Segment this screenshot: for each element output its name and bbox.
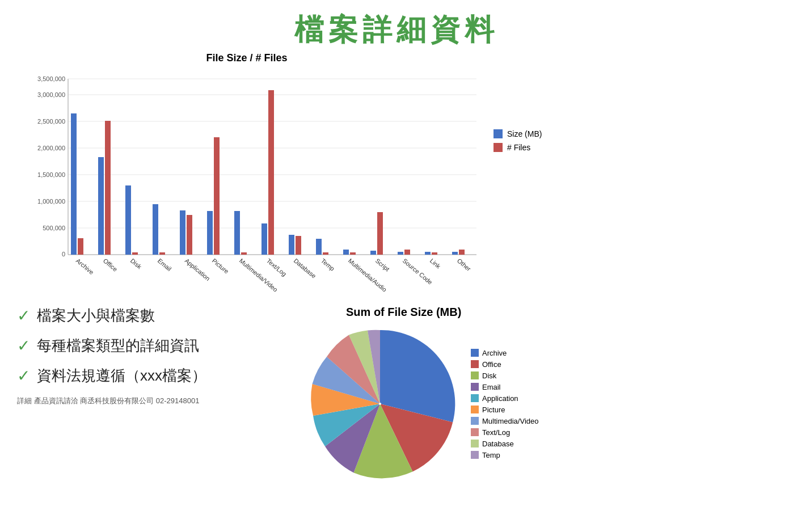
pie-legend-multimedia-color [471, 417, 479, 425]
pie-layout: Archive Office Disk Email Application [301, 324, 538, 483]
svg-rect-36 [316, 239, 322, 255]
svg-rect-26 [180, 210, 185, 255]
pie-legend-archive-color [471, 349, 479, 357]
pie-legend-archive-label: Archive [482, 349, 507, 357]
bar-chart-container: 0 500,000 1,000,000 1,500,000 2,000,000 … [28, 67, 482, 294]
pie-legend-textlog-color [471, 428, 479, 436]
svg-text:Database: Database [293, 257, 318, 279]
svg-rect-21 [105, 121, 111, 255]
pie-legend-picture-color [471, 406, 479, 413]
pie-legend-office: Office [471, 360, 538, 369]
bar-chart-svg: 0 500,000 1,000,000 1,500,000 2,000,000 … [28, 67, 482, 294]
svg-rect-41 [377, 212, 383, 255]
svg-text:Disk: Disk [129, 257, 143, 270]
svg-text:Email: Email [157, 257, 173, 272]
pie-legend-picture-label: Picture [482, 406, 505, 414]
svg-rect-29 [214, 137, 220, 255]
svg-text:2,500,000: 2,500,000 [37, 118, 65, 125]
pie-legend-application-label: Application [482, 394, 518, 403]
pie-legend-disk-color [471, 371, 479, 379]
pie-legend-temp-color [471, 451, 479, 459]
svg-rect-40 [370, 251, 376, 255]
svg-rect-38 [343, 250, 349, 255]
pie-legend-office-label: Office [482, 360, 501, 369]
pie-legend-temp-label: Temp [482, 451, 500, 459]
svg-text:Script: Script [374, 257, 391, 272]
svg-text:3,000,000: 3,000,000 [37, 91, 65, 98]
pie-legend-email-color [471, 383, 479, 391]
svg-text:1,000,000: 1,000,000 [37, 198, 65, 205]
pie-legend-disk: Disk [471, 371, 538, 380]
pie-chart-title: Sum of File Size (MB) [346, 306, 461, 319]
svg-rect-18 [71, 113, 77, 255]
legend-size-label: Size (MB) [507, 129, 542, 138]
pie-legend-database-color [471, 440, 479, 447]
bullet-section: ✓ 檔案大小與檔案數 ✓ 每種檔案類型的詳細資訊 ✓ 資料法規遵循（xxx檔案）… [17, 306, 301, 483]
bullet-item-3: ✓ 資料法規遵循（xxx檔案） [17, 366, 301, 386]
svg-rect-33 [268, 90, 274, 255]
svg-rect-39 [350, 252, 356, 255]
pie-legend-disk-label: Disk [482, 371, 496, 380]
svg-rect-43 [404, 250, 410, 255]
pie-legend-temp: Temp [471, 451, 538, 459]
svg-text:Text/Log: Text/Log [265, 257, 288, 277]
legend-size-color [493, 129, 503, 138]
svg-rect-27 [187, 215, 192, 255]
pie-legend-application: Application [471, 394, 538, 403]
pie-legend-archive: Archive [471, 349, 538, 357]
pie-legend-multimedia-video: Multimedia/Video [471, 417, 538, 425]
bar-chart-section: File Size / # Files 0 500,000 1,000,000 [11, 50, 482, 294]
bullet-item-1: ✓ 檔案大小與檔案數 [17, 306, 301, 326]
legend-size: Size (MB) [493, 129, 542, 138]
check-icon-2: ✓ [17, 336, 30, 355]
bullet-item-2: ✓ 每種檔案類型的詳細資訊 [17, 336, 301, 356]
svg-rect-28 [207, 211, 213, 255]
svg-rect-19 [78, 238, 83, 255]
svg-text:Archive: Archive [75, 257, 95, 276]
svg-text:Link: Link [429, 257, 442, 269]
svg-text:1,500,000: 1,500,000 [37, 171, 65, 178]
svg-rect-24 [153, 204, 158, 255]
check-icon-1: ✓ [17, 306, 30, 325]
pie-legend-multimedia-label: Multimedia/Video [482, 417, 538, 425]
svg-rect-20 [98, 157, 104, 255]
bar-chart-legend: Size (MB) # Files [493, 129, 542, 152]
pie-chart-svg [301, 324, 459, 483]
svg-point-63 [379, 403, 381, 405]
svg-text:Picture: Picture [211, 257, 230, 275]
bullet-text-1: 檔案大小與檔案數 [37, 306, 155, 326]
svg-rect-30 [234, 211, 240, 255]
svg-rect-42 [398, 252, 403, 255]
legend-files-label: # Files [507, 143, 530, 152]
svg-rect-23 [132, 252, 138, 255]
pie-legend-picture: Picture [471, 406, 538, 414]
pie-legend-email-label: Email [482, 383, 501, 391]
svg-rect-34 [289, 235, 294, 255]
pie-legend-database-label: Database [482, 440, 514, 448]
svg-rect-25 [159, 252, 165, 255]
pie-section: Sum of File Size (MB) [301, 306, 776, 483]
pie-legend-office-color [471, 360, 479, 368]
svg-rect-35 [296, 236, 301, 255]
legend-files-color [493, 143, 503, 152]
pie-legend-database: Database [471, 440, 538, 448]
svg-rect-45 [432, 252, 437, 255]
svg-text:Application: Application [184, 257, 212, 282]
footer-text: 詳細 產品資訊請洽 商丞科技股份有限公司 02-29148001 [17, 396, 301, 406]
pie-legend-textlog-label: Text/Log [482, 428, 510, 437]
svg-text:3,500,000: 3,500,000 [37, 75, 65, 82]
svg-text:Office: Office [102, 257, 119, 273]
pie-chart-legend: Archive Office Disk Email Application [471, 349, 538, 459]
page-title: 檔案詳細資料 [0, 0, 793, 50]
pie-legend-textlog: Text/Log [471, 428, 538, 437]
svg-rect-32 [261, 223, 267, 255]
bar-chart-title: File Size / # Files [11, 52, 482, 64]
svg-rect-47 [459, 250, 465, 255]
check-icon-3: ✓ [17, 366, 30, 385]
pie-legend-email: Email [471, 383, 538, 391]
bullet-text-3: 資料法規遵循（xxx檔案） [37, 366, 206, 386]
svg-text:500,000: 500,000 [43, 225, 65, 231]
svg-text:0: 0 [62, 251, 65, 257]
legend-files: # Files [493, 143, 542, 152]
svg-text:Other: Other [456, 257, 473, 272]
